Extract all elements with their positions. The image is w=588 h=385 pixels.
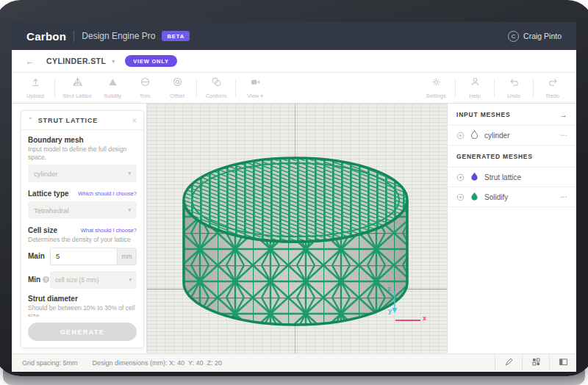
split-panel-icon	[559, 356, 568, 370]
overflow-menu-icon[interactable]: •••	[561, 195, 567, 199]
lattice-type-help-link[interactable]: Which should I choose?	[78, 190, 137, 197]
toolbar-divider	[455, 79, 456, 98]
main-cell-label: Main	[28, 252, 50, 260]
offset-icon	[172, 76, 183, 90]
settings-button[interactable]: Settings	[420, 73, 452, 103]
trim-icon	[140, 76, 151, 90]
mesh-drop-icon	[470, 190, 478, 204]
collapse-panel-arrow-icon[interactable]: →	[559, 110, 567, 119]
strut-lattice-button[interactable]: Strut Lattice	[58, 73, 96, 103]
edit-pencil-button[interactable]	[495, 354, 522, 372]
visibility-eye-icon[interactable]	[456, 193, 465, 201]
visibility-eye-icon[interactable]	[456, 173, 465, 181]
boundary-mesh-label: Boundary mesh	[28, 136, 137, 144]
logo-divider	[74, 31, 74, 42]
main-cell-input[interactable]	[51, 248, 117, 265]
person-icon	[470, 76, 481, 90]
axis-x-label: x	[423, 314, 426, 322]
mesh-row-solidify[interactable]: Solidify •••	[448, 187, 576, 207]
lattice-type-select[interactable]: Tetrahedral ▾	[28, 201, 137, 219]
conform-button[interactable]: Conform	[200, 73, 232, 103]
toolbar-divider	[235, 79, 236, 98]
chevron-down-icon: ▾	[128, 207, 131, 213]
visibility-eye-icon[interactable]	[456, 132, 465, 140]
collapse-chevron-icon[interactable]: ⌃	[28, 117, 33, 123]
app-screen: Carbon Design Engine Pro BETA C Craig Pi…	[12, 22, 576, 372]
device-frame: Carbon Design Engine Pro BETA C Craig Pi…	[0, 0, 588, 376]
strut-diameter-label: Strut diameter	[28, 295, 137, 303]
mesh-drop-icon	[470, 129, 478, 142]
panel-title: STRUT LATTICE	[38, 117, 132, 124]
generated-meshes-header: GENERATED MESHES	[448, 145, 576, 168]
main-cell-inputbox: mm	[50, 248, 137, 265]
user-name[interactable]: Craig Pinto	[523, 32, 562, 40]
chevron-down-icon: ▾	[129, 277, 132, 283]
main-cell-unit: mm	[117, 248, 136, 265]
beta-badge: BETA	[162, 31, 190, 41]
back-arrow-icon[interactable]: ←	[25, 56, 35, 67]
mesh-name: Solidify	[484, 193, 555, 201]
file-name[interactable]: CYLINDER.STL	[46, 57, 106, 65]
input-meshes-header: INPUT MESHES →	[448, 104, 576, 126]
help-button[interactable]: Help	[459, 73, 491, 103]
grid-squares-icon	[531, 356, 541, 370]
cell-size-help: Determines the density of your lattice	[28, 236, 137, 244]
user-avatar[interactable]: C	[508, 31, 519, 42]
solidify-icon	[107, 76, 118, 90]
panel-footer: GENERATE	[21, 317, 143, 348]
redo-button[interactable]: Redo	[537, 73, 569, 103]
offset-button[interactable]: Offset	[161, 73, 193, 103]
upload-icon	[30, 76, 41, 90]
axis-z-label: z	[387, 285, 391, 292]
top-bar: Carbon Design Engine Pro BETA C Craig Pi…	[12, 22, 576, 50]
panel-body: Boundary mesh Input model to define the …	[21, 130, 143, 317]
view-button[interactable]: View ▾	[239, 73, 271, 103]
axis-y-label: y	[388, 307, 392, 314]
toolbar-divider	[196, 79, 197, 98]
pencil-icon	[504, 356, 514, 370]
strut-lattice-panel: ⌃ STRUT LATTICE × Boundary mesh Input mo…	[21, 110, 144, 348]
mesh-name: Strut lattice	[484, 173, 567, 181]
toolbar-divider	[54, 79, 55, 98]
view-only-badge: VIEW ONLY	[125, 55, 177, 67]
overflow-menu-icon[interactable]: •••	[561, 133, 567, 137]
meshes-panel: INPUT MESHES → cylinder ••• GENERATED ME…	[447, 104, 576, 353]
toolbar-divider	[494, 79, 495, 98]
mesh-row-strut-lattice[interactable]: Strut lattice	[448, 168, 576, 187]
mesh-drop-icon	[470, 170, 478, 184]
chevron-down-icon: ▾	[128, 170, 131, 176]
min-cell-label: Min	[28, 276, 40, 284]
boundary-mesh-select[interactable]: cylinder ▾	[28, 165, 137, 182]
trim-button[interactable]: Trim	[129, 73, 161, 103]
lattice-type-label: Lattice type	[28, 190, 69, 198]
close-icon[interactable]: ×	[132, 116, 137, 125]
file-bar: ← CYLINDER.STL ▾ VIEW ONLY	[12, 50, 576, 73]
conform-icon	[211, 76, 222, 90]
redo-arrow-icon	[548, 76, 559, 90]
undo-button[interactable]: Undo	[498, 73, 530, 103]
min-cell-select[interactable]: cell size (5 mm) ▾	[50, 271, 137, 289]
design-dimensions-text: Design dimensions (mm): X: 40 Y: 40 Z: 2…	[93, 359, 222, 367]
product-name: Design Engine Pro	[82, 31, 155, 41]
cell-size-label: Cell size	[28, 226, 57, 234]
toolbar: Upload Strut Lattice Solidify Trim	[12, 73, 576, 104]
solidify-button[interactable]: Solidify	[96, 73, 129, 103]
chevron-down-icon: ▾	[260, 93, 263, 98]
main-area: ⌃ STRUT LATTICE × Boundary mesh Input mo…	[12, 104, 576, 353]
boundary-mesh-help: Input model to define the full design sp…	[28, 145, 137, 161]
mesh-row-cylinder[interactable]: cylinder •••	[448, 126, 576, 145]
view-camera-icon	[250, 76, 261, 90]
generate-button[interactable]: GENERATE	[28, 323, 137, 341]
status-bar: Grid spacing: 5mm Design dimensions (mm)…	[12, 353, 576, 372]
mesh-name: cylinder	[484, 132, 555, 140]
strut-diameter-help: Should be between 10% to 30% of cell siz…	[28, 304, 137, 317]
upload-button[interactable]: Upload	[19, 73, 51, 103]
viewport-3d[interactable]: z y x	[147, 104, 447, 353]
grid-view-button[interactable]	[523, 354, 549, 372]
chevron-down-icon[interactable]: ▾	[112, 58, 115, 65]
layout-panel-button[interactable]	[550, 354, 576, 372]
info-icon[interactable]: ?	[43, 276, 49, 283]
axis-gizmo	[382, 280, 441, 331]
device-mockup: Carbon Design Engine Pro BETA C Craig Pi…	[0, 0, 588, 385]
cell-size-help-link[interactable]: What should I choose?	[81, 227, 137, 234]
